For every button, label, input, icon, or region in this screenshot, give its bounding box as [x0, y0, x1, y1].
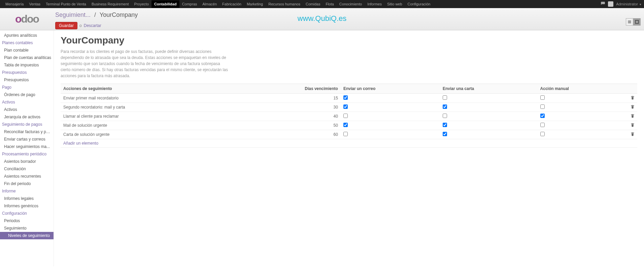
table-row[interactable]: Enviar primer mail recordatorio15: [61, 94, 637, 103]
save-button[interactable]: Guardar: [55, 22, 77, 29]
email-checkbox[interactable]: [343, 104, 348, 109]
sidebar-item[interactable]: Enviar cartas y correos: [0, 136, 54, 143]
topnav-item[interactable]: Marketing: [244, 0, 266, 8]
col-manual: Acción manual: [538, 84, 628, 94]
top-navbar: MensajeríaVentasTerminal Punto de VentaB…: [0, 0, 644, 8]
sidebar-section[interactable]: Procesamiento periódico: [0, 150, 54, 158]
topnav-item[interactable]: Comidas: [303, 0, 323, 8]
sidebar-item[interactable]: Jerarquía de activos: [0, 113, 54, 121]
sidebar-item[interactable]: Niveles de seguimiento: [0, 232, 54, 239]
user-menu[interactable]: Administrator ▾: [616, 2, 641, 6]
sidebar-item[interactable]: Informes legales: [0, 195, 54, 202]
topnav-item[interactable]: Proyecto: [132, 0, 151, 8]
letter-checkbox[interactable]: [443, 104, 447, 109]
trash-icon[interactable]: [631, 132, 635, 137]
cell-action: Carta de solución urgente: [61, 130, 238, 139]
sidebar-item[interactable]: Presupuestos: [0, 76, 54, 84]
topnav-item[interactable]: Compras: [179, 0, 200, 8]
trash-icon[interactable]: [631, 105, 635, 110]
breadcrumb-root[interactable]: Seguimient...: [55, 11, 91, 18]
letter-checkbox[interactable]: [443, 123, 447, 127]
email-checkbox[interactable]: [343, 123, 348, 127]
col-days: Días vencimiento: [238, 84, 341, 94]
letter-checkbox[interactable]: [443, 132, 447, 136]
cell-action: Segundo recordatorio: mail y carta: [61, 103, 238, 112]
sidebar-item[interactable]: Plan de cuentas analíticas: [0, 54, 54, 61]
trash-icon[interactable]: [631, 123, 635, 128]
manual-checkbox[interactable]: [540, 132, 545, 136]
manual-checkbox[interactable]: [540, 114, 545, 118]
sidebar-section[interactable]: Activos: [0, 98, 54, 106]
sidebar-item[interactable]: Seguimiento: [0, 224, 54, 232]
col-letter: Enviar una carta: [440, 84, 538, 94]
cell-action: Mail de solución urgente: [61, 121, 238, 130]
email-checkbox[interactable]: [343, 95, 348, 100]
sidebar-item[interactable]: Plan contable: [0, 47, 54, 54]
breadcrumb-current: YourCompany: [100, 11, 138, 18]
topnav-item[interactable]: Configuración: [405, 0, 433, 8]
header: odoo Seguimient... / YourCompany Guardar…: [0, 8, 644, 30]
watermark: www.QubiQ.es: [298, 14, 347, 23]
cell-days: 15: [238, 94, 341, 103]
topnav-item[interactable]: Almacén: [200, 0, 219, 8]
sidebar-item[interactable]: Asientos borrador: [0, 158, 54, 165]
sidebar-section[interactable]: Presupuestos: [0, 69, 54, 76]
add-row-link[interactable]: Añadir un elemento: [63, 141, 98, 146]
topnav-item[interactable]: Mensajería: [3, 0, 26, 8]
letter-checkbox[interactable]: [443, 95, 447, 100]
sidebar-item[interactable]: Tabla de impuestos: [0, 61, 54, 69]
topnav-item[interactable]: Flota: [323, 0, 336, 8]
table-row[interactable]: Llamar al cliente para reclamar40: [61, 112, 637, 121]
sidebar-item[interactable]: Órdenes de pago: [0, 91, 54, 98]
chat-icon[interactable]: [601, 1, 605, 7]
sidebar-section[interactable]: Planes contables: [0, 39, 54, 47]
topnav-item[interactable]: Recursos humanos: [266, 0, 303, 8]
sidebar-section[interactable]: Seguimiento de pagos: [0, 121, 54, 128]
user-name: Administrator: [616, 2, 638, 6]
sidebar-item[interactable]: Reconciliar facturas y pa...: [0, 128, 54, 136]
email-checkbox[interactable]: [343, 114, 348, 118]
col-email: Enviar un correo: [341, 84, 440, 94]
topnav-item[interactable]: Sitio web: [384, 0, 405, 8]
sidebar-section[interactable]: Informe: [0, 187, 54, 195]
sidebar-item[interactable]: Activos: [0, 106, 54, 113]
manual-checkbox[interactable]: [540, 95, 545, 100]
topnav-item[interactable]: Business Requirement: [89, 0, 132, 8]
topnav-item[interactable]: Ventas: [26, 0, 43, 8]
trash-icon[interactable]: [631, 114, 635, 119]
email-checkbox[interactable]: [343, 132, 348, 136]
sidebar-item[interactable]: Asientos recurrentes: [0, 173, 54, 180]
followup-table: Acciones de seguimiento Días vencimiento…: [61, 84, 637, 148]
table-row[interactable]: Mail de solución urgente50: [61, 121, 637, 130]
sidebar-item[interactable]: Fin del periodo: [0, 180, 54, 187]
topnav-item[interactable]: Fabricación: [219, 0, 244, 8]
topnav-item[interactable]: Terminal Punto de Venta: [43, 0, 89, 8]
col-action: Acciones de seguimiento: [61, 84, 238, 94]
sidebar-item[interactable]: Informes genéricos: [0, 202, 54, 210]
form-view-button[interactable]: [633, 18, 641, 26]
table-row[interactable]: Carta de solución urgente60: [61, 130, 637, 139]
cell-days: 50: [238, 121, 341, 130]
topnav-item[interactable]: Contabilidad: [151, 0, 179, 8]
sidebar-item[interactable]: Conciliación: [0, 165, 54, 173]
list-view-button[interactable]: [626, 18, 633, 26]
avatar: [608, 1, 613, 7]
sidebar-item[interactable]: Hacer seguimientos ma...: [0, 143, 54, 150]
letter-checkbox[interactable]: [443, 114, 447, 118]
sidebar-item[interactable]: Periodos: [0, 217, 54, 224]
topnav-item[interactable]: Conocimiento: [337, 0, 365, 8]
manual-checkbox[interactable]: [540, 123, 545, 127]
sidebar-section[interactable]: Configuración: [0, 210, 54, 217]
topnav-item[interactable]: Informes: [365, 0, 384, 8]
sidebar-section[interactable]: Pago: [0, 84, 54, 91]
discard-link[interactable]: Descartar: [84, 23, 101, 28]
chevron-down-icon: ▾: [640, 3, 641, 6]
help-text: Para recordar a los clientes el pago de …: [61, 49, 229, 79]
manual-checkbox[interactable]: [540, 104, 545, 109]
sidebar-item[interactable]: Apuntes analíticos: [0, 32, 54, 39]
logo[interactable]: odoo: [15, 13, 39, 25]
svg-rect-0: [636, 21, 639, 24]
table-row[interactable]: Segundo recordatorio: mail y carta30: [61, 103, 637, 112]
main-content: YourCompany Para recordar a los clientes…: [54, 30, 644, 266]
trash-icon[interactable]: [631, 96, 635, 101]
